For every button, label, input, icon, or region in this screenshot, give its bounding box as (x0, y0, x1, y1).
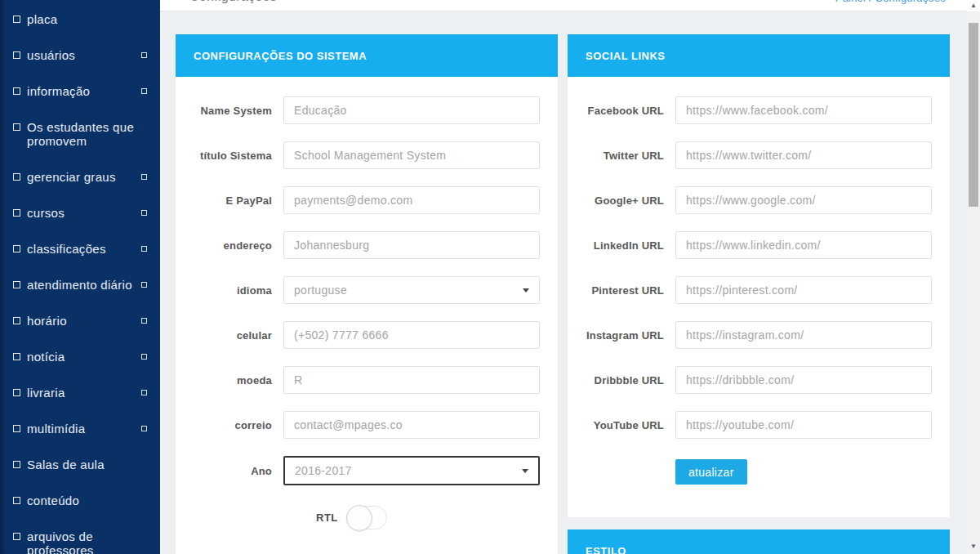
menu-icon (13, 281, 20, 288)
field-label: Ano (194, 465, 272, 477)
sidebar-item-informacao[interactable]: informação (0, 74, 160, 109)
chevron-down-icon (523, 288, 529, 293)
celular-input[interactable] (283, 321, 540, 349)
pinterest-url-input[interactable] (675, 276, 932, 304)
toggle-knob (346, 505, 372, 531)
atualizar-button[interactable]: atualizar (675, 459, 747, 485)
sidebar-item-arquivos-de-professores[interactable]: arquivos de professores (0, 519, 160, 554)
sidebar-item-label: arquivos de professores (27, 529, 147, 554)
twitter-url-input[interactable] (675, 141, 932, 169)
form-row: celular (194, 321, 540, 349)
breadcrumb[interactable]: Painel / Configurações (835, 0, 946, 4)
menu-icon (13, 245, 20, 252)
panel-header: CONFIGURAÇÕES DO SISTEMA (176, 34, 558, 77)
idioma-select[interactable]: portuguse (283, 276, 540, 304)
sidebar-item-label: gerenciar graus (27, 170, 135, 184)
chevron-down-icon (522, 469, 528, 473)
scrollbar-thumb[interactable] (969, 23, 978, 207)
name-system-input[interactable] (283, 96, 540, 124)
rtl-label: RTL (316, 512, 338, 524)
menu-icon (13, 123, 20, 131)
sidebar-item-livraria[interactable]: livraria (0, 375, 160, 411)
style-panel: ESTILO (568, 529, 950, 554)
sidebar-item-label: multimídia (27, 422, 135, 436)
field-label: LinkedIn URL (586, 239, 664, 252)
form-row: Dribbble URL (586, 366, 932, 394)
sidebar-item-label: classificações (27, 242, 135, 256)
sidebar-item-label: Salas de aula (27, 458, 147, 471)
menu-icon (13, 461, 20, 468)
form-row: LinkedIn URL (586, 231, 932, 259)
submenu-indicator-icon (141, 174, 147, 180)
field-label: correio (194, 419, 272, 431)
form-row: YouTube URL (586, 411, 932, 439)
sidebar-item-label: placa (27, 12, 147, 26)
form-row: Ano 2016-2017 (194, 456, 540, 485)
scroll-down-icon[interactable]: ▼ (967, 541, 980, 552)
scroll-up-icon[interactable]: ▲ (967, 0, 980, 11)
dribbble-url-input[interactable] (675, 366, 932, 394)
sidebar-item-horario[interactable]: horário (0, 303, 160, 339)
submenu-indicator-icon (141, 246, 147, 252)
form-row: Name System (194, 96, 540, 124)
form-row: Twitter URL (586, 141, 932, 169)
rtl-toggle[interactable] (346, 506, 387, 529)
paypal-email-input[interactable] (283, 186, 540, 214)
menu-icon (13, 209, 20, 217)
sidebar-item-multimidia[interactable]: multimídia (0, 411, 160, 447)
titulo-sistema-input[interactable] (283, 141, 540, 169)
sidebar-item-classificacoes[interactable]: classificações (0, 231, 160, 267)
googleplus-url-input[interactable] (675, 186, 932, 214)
submenu-indicator-icon (141, 390, 147, 395)
field-label: YouTube URL (586, 419, 664, 431)
field-label: Dribbble URL (586, 374, 664, 386)
field-label: Twitter URL (586, 150, 664, 162)
sidebar-item-noticia[interactable]: notícia (0, 339, 160, 375)
endereco-input[interactable] (283, 231, 540, 259)
field-label: Facebook URL (586, 105, 664, 117)
submenu-indicator-icon (141, 88, 147, 94)
linkedin-url-input[interactable] (675, 231, 932, 259)
field-label: Google+ URL (586, 194, 664, 207)
field-label: Name System (194, 105, 272, 117)
sidebar-item-atendimento-diario[interactable]: atendimento diário (0, 267, 160, 303)
sidebar-item-label: Os estudantes que promovem (27, 120, 147, 148)
sidebar-item-placa[interactable]: placa (0, 2, 160, 38)
sidebar-item-estudantes-promovem[interactable]: Os estudantes que promovem (0, 109, 160, 159)
sidebar-item-usuarios[interactable]: usuários (0, 38, 160, 74)
form-row: correio (194, 411, 540, 439)
sidebar: placa usuários informação Os estudantes … (0, 0, 160, 554)
form-row: Instagram URL (586, 321, 932, 349)
menu-icon (13, 317, 20, 324)
field-label: título Sistema (194, 150, 272, 162)
ano-select[interactable]: 2016-2017 (283, 456, 540, 485)
submenu-indicator-icon (141, 52, 147, 58)
field-label: celular (194, 329, 272, 342)
moeda-input[interactable] (283, 366, 540, 394)
sidebar-item-salas-de-aula[interactable]: Salas de aula (0, 447, 160, 483)
youtube-url-input[interactable] (675, 411, 932, 439)
form-row: Pinterest URL (586, 276, 932, 304)
sidebar-item-gerenciar-graus[interactable]: gerenciar graus (0, 159, 160, 195)
form-row: Facebook URL (586, 96, 932, 124)
field-label: E PayPal (194, 194, 272, 207)
correio-input[interactable] (283, 411, 540, 439)
field-label: idioma (194, 284, 272, 297)
rtl-row: RTL (194, 506, 540, 529)
topbar: Configurações Painel / Configurações (160, 0, 967, 11)
facebook-url-input[interactable] (675, 96, 932, 124)
menu-icon (13, 425, 20, 432)
submenu-indicator-icon (141, 318, 147, 324)
sidebar-item-cursos[interactable]: cursos (0, 195, 160, 231)
submenu-indicator-icon (141, 282, 147, 288)
sidebar-item-label: atendimento diário (27, 278, 135, 292)
page-title: Configurações (189, 0, 277, 4)
menu-icon (13, 173, 20, 181)
scrollbar[interactable]: ▲ ▼ (967, 0, 980, 554)
sidebar-item-conteudo[interactable]: conteúdo (0, 483, 160, 519)
instagram-url-input[interactable] (675, 321, 932, 349)
panel-title: CONFIGURAÇÕES DO SISTEMA (194, 50, 367, 62)
submenu-indicator-icon (141, 426, 147, 431)
sidebar-item-label: usuários (27, 48, 135, 62)
field-label: Pinterest URL (586, 284, 664, 297)
